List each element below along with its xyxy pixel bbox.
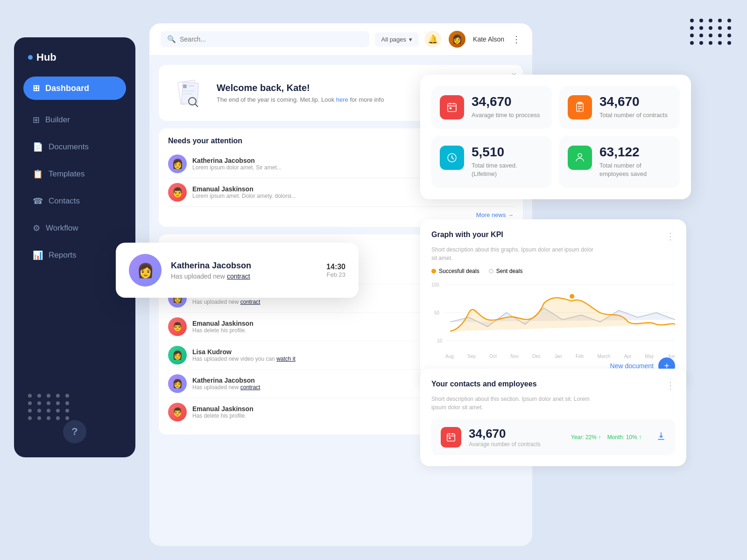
- stat-number: 63,122: [599, 146, 671, 159]
- popup-user-name: Katherina Jacobson: [171, 261, 317, 271]
- stat-label: Total number of employees saved: [599, 161, 671, 178]
- stat-icon-calendar: [440, 95, 464, 119]
- popup-contract-link[interactable]: contract: [227, 273, 250, 280]
- avatar: 👩: [168, 346, 187, 364]
- help-label: ?: [71, 426, 78, 438]
- stat-card-time: 34,670 Avarage time to proccess: [431, 86, 552, 129]
- more-news-link[interactable]: More news →: [168, 211, 514, 218]
- avatar: 👨: [168, 183, 187, 202]
- sidebar-item-builder[interactable]: ⊞ Builder: [23, 108, 126, 132]
- kpi-header: Graph with your KPI ⋮: [431, 231, 675, 242]
- watch-link[interactable]: watch it: [276, 356, 296, 362]
- legend-sent: Sent deals: [489, 268, 523, 274]
- welcome-description: The end of the year is coming. Met.lip. …: [217, 96, 384, 103]
- contact-stat-label: Avarage number of contracts: [469, 441, 541, 448]
- help-button[interactable]: ?: [63, 420, 86, 443]
- sidebar-item-label: Contacts: [49, 196, 80, 206]
- svg-point-21: [578, 154, 582, 157]
- popup-avatar: 👩: [129, 254, 162, 287]
- activity-popup: 👩 Katherina Jacobson Has uploaded new co…: [116, 243, 359, 298]
- contact-stat-meta: Year: 22% ↑ Month: 10% ↑: [571, 434, 641, 441]
- avatar: 👨: [168, 317, 187, 336]
- popup-date: Feb 23: [326, 271, 345, 278]
- stat-number: 5,510: [472, 146, 543, 159]
- contact-stat-number: 34,670: [469, 427, 541, 441]
- contacts-more-button[interactable]: ⋮: [666, 380, 675, 391]
- month-change: Month: 10% ↑: [607, 434, 641, 441]
- pages-label: All pages: [381, 36, 406, 43]
- more-menu-icon[interactable]: ⋮: [512, 34, 521, 45]
- contacts-icon: ☎: [33, 196, 43, 206]
- svg-rect-8: [448, 104, 456, 112]
- header: 🔍 All pages ▾ 🔔 👩 Kate Alson ⋮: [149, 23, 532, 56]
- legend-label: Sent deals: [496, 268, 523, 274]
- user-name: Kate Alson: [473, 35, 504, 43]
- stat-icon-user: [568, 146, 592, 170]
- legend-successful: Succesfull deals: [431, 268, 479, 274]
- search-icon: 🔍: [167, 35, 176, 43]
- stat-number: 34,670: [599, 95, 668, 108]
- welcome-link[interactable]: here: [336, 96, 348, 103]
- contacts-panel: Your contacts and employees ⋮ Short desc…: [420, 369, 686, 466]
- header-right: 🔔 👩 Kate Alson ⋮: [424, 31, 521, 48]
- documents-icon: 📄: [33, 142, 43, 152]
- sidebar-item-workflow[interactable]: ⚙ Workflow: [23, 217, 126, 240]
- stat-card-saved-time: 5,510 Total time saved. (Lifetime): [431, 136, 552, 188]
- search-box[interactable]: 🔍: [161, 31, 369, 47]
- contacts-description: Short description about this section. Ip…: [431, 395, 599, 412]
- kpi-description: Short description about this graphs. Ips…: [431, 245, 599, 262]
- popup-time: 14:30: [326, 263, 345, 271]
- kpi-title: Graph with your KPI: [431, 231, 503, 239]
- stat-icon-clock: [440, 146, 464, 170]
- kpi-chart: 100 50 10 Aug Sep Oct Nov Dec Jan Feb Ma…: [431, 280, 675, 350]
- chevron-down-icon: ▾: [409, 36, 412, 43]
- popup-desc: Has uploaded new contract: [171, 273, 317, 280]
- stat-number: 34,670: [472, 95, 540, 108]
- kpi-more-button[interactable]: ⋮: [666, 231, 675, 242]
- svg-text:100: 100: [431, 282, 439, 287]
- bell-icon: 🔔: [428, 34, 438, 44]
- sidebar-item-documents[interactable]: 📄 Documents: [23, 135, 126, 159]
- svg-rect-4: [183, 84, 187, 88]
- avatar: 👩: [168, 374, 187, 393]
- chart-x-labels: Aug Sep Oct Nov Dec Jan Feb March Apr Ma…: [431, 354, 675, 359]
- dashboard-icon: ⊞: [33, 83, 40, 93]
- contract-link[interactable]: contract: [240, 299, 261, 305]
- contacts-header: Your contacts and employees ⋮: [431, 380, 675, 391]
- sidebar-item-label: Templates: [49, 169, 85, 179]
- logo-dot: [28, 55, 33, 60]
- kpi-panel: Graph with your KPI ⋮ Short description …: [420, 219, 686, 385]
- sidebar-item-templates[interactable]: 📋 Templates: [23, 162, 126, 186]
- stat-icon-clipboard: [568, 95, 592, 119]
- sidebar-item-label: Reports: [49, 251, 77, 260]
- svg-rect-29: [447, 434, 455, 441]
- sidebar-item-dashboard[interactable]: ⊞ Dashboard: [23, 77, 126, 100]
- svg-line-20: [452, 158, 454, 159]
- svg-text:50: 50: [434, 310, 440, 315]
- sidebar-item-label: Workflow: [46, 224, 78, 233]
- notification-button[interactable]: 🔔: [424, 31, 441, 48]
- sidebar-item-reports[interactable]: 📊 Reports: [23, 244, 126, 267]
- search-input[interactable]: [180, 35, 273, 43]
- stats-overlay: 34,670 Avarage time to proccess 34,670 T…: [420, 75, 691, 199]
- svg-rect-33: [449, 437, 451, 439]
- contract-link[interactable]: contract: [240, 384, 261, 391]
- sidebar-item-contacts[interactable]: ☎ Contacts: [23, 189, 126, 213]
- svg-text:10: 10: [437, 338, 443, 343]
- contact-stat-icon: [441, 427, 461, 448]
- welcome-illustration: [170, 74, 207, 112]
- avatar: 👨: [168, 403, 187, 421]
- pages-selector[interactable]: All pages ▾: [375, 32, 419, 47]
- avatar: 👩: [449, 31, 465, 48]
- stat-label: Total number of contracts: [599, 111, 668, 119]
- decorative-dots-right: [690, 19, 733, 45]
- sidebar-item-label: Builder: [45, 115, 70, 125]
- welcome-title: Welcome back, Kate!: [217, 83, 384, 93]
- dashboard-label: Dashboard: [45, 84, 89, 93]
- decorative-dots-left: [28, 394, 71, 420]
- download-button[interactable]: [656, 431, 666, 443]
- stat-label: Avarage time to proccess: [472, 111, 540, 119]
- year-change: Year: 22% ↑: [571, 434, 601, 441]
- svg-rect-12: [450, 107, 451, 109]
- sidebar-logo: Hub: [23, 51, 126, 63]
